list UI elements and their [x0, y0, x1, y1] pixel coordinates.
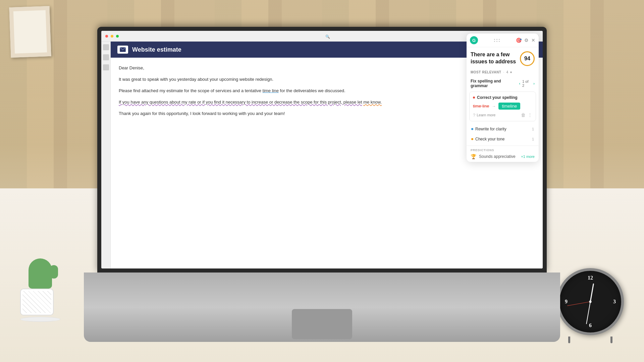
- clarity-count: 1: [532, 127, 534, 131]
- close-icon[interactable]: ✕: [531, 38, 535, 43]
- prev-arrow[interactable]: ‹: [519, 81, 520, 85]
- filter-separator: ·: [503, 70, 504, 74]
- original-word: time line: [473, 104, 489, 109]
- clarity-dot: [471, 128, 473, 130]
- issue-section-title: Fix spelling and grammar: [471, 79, 519, 88]
- nav-position: 1 of 2: [522, 79, 531, 87]
- sidebar-item: [103, 54, 109, 60]
- chevron-down-icon: ▾: [510, 70, 512, 74]
- filter-label: MOST RELEVANT: [471, 70, 501, 74]
- clarity-issue-left: Rewrite for clarity: [471, 127, 506, 131]
- tone-count: 1: [532, 137, 534, 141]
- laptop: 🔍 ≡: [84, 27, 560, 342]
- more-options-icon[interactable]: ⋮: [528, 112, 532, 118]
- tone-label: Check your tone: [475, 137, 504, 141]
- prediction-more[interactable]: +1 more: [521, 155, 535, 159]
- sidebar-item: [103, 64, 109, 70]
- card-title: Correct your spelling: [477, 95, 518, 100]
- prediction-emoji: 🏆: [471, 154, 476, 159]
- card-header: Correct your spelling: [473, 95, 532, 100]
- close-dot[interactable]: [105, 35, 108, 38]
- learn-more-link[interactable]: ? Learn more: [473, 113, 496, 118]
- next-arrow[interactable]: ›: [533, 81, 535, 85]
- issue-section-header: Fix spelling and grammar ‹ 1 of 2 ›: [467, 77, 539, 90]
- picture-frame: [9, 6, 51, 58]
- clarity-label: Rewrite for clarity: [475, 127, 506, 131]
- email-icon: [117, 46, 128, 54]
- underlined-text-timeline: time line: [263, 88, 279, 93]
- clarity-issue-row[interactable]: Rewrite for clarity 1: [469, 124, 536, 134]
- tone-issue-left: Check your tone: [471, 137, 504, 141]
- grammarly-logo: G: [470, 36, 478, 44]
- question-icon: ?: [473, 113, 475, 118]
- drag-handle: [494, 39, 500, 42]
- panel-title: There are a few issues to address: [471, 51, 520, 65]
- target-icon[interactable]: 🎯: [516, 38, 522, 43]
- spelling-card: Correct your spelling time line → timeli…: [469, 92, 536, 121]
- email-sidebar: [101, 42, 111, 268]
- minimize-dot[interactable]: [111, 35, 113, 38]
- tone-dot: [471, 138, 473, 140]
- predictions-label: PREDICTIONS: [471, 148, 535, 152]
- grammarly-panel: G 🎯 ⚙ ✕: [467, 34, 539, 162]
- corrected-word[interactable]: timeline: [498, 103, 520, 110]
- filter-count: 4: [506, 70, 508, 74]
- laptop-base: [84, 273, 560, 342]
- card-footer: ? Learn more 🗑 ⋮: [473, 112, 532, 118]
- other-issues: Rewrite for clarity 1 Check your tone 1: [467, 123, 539, 145]
- correction-row: time line → timeline: [473, 103, 532, 110]
- prediction-text: Sounds appreciative: [479, 154, 516, 159]
- sidebar-item: [103, 44, 109, 50]
- arrow-right-icon: →: [492, 104, 496, 109]
- error-dot: [473, 97, 475, 99]
- panel-filter[interactable]: MOST RELEVANT · 4 ▾: [467, 69, 539, 77]
- panel-header-icons: 🎯 ⚙ ✕: [516, 38, 535, 43]
- issue-nav: ‹ 1 of 2 ›: [519, 79, 535, 87]
- laptop-screen: 🔍 ≡: [101, 31, 543, 268]
- maximize-dot[interactable]: [116, 35, 119, 38]
- laptop-screen-frame: 🔍 ≡: [97, 27, 547, 273]
- tone-issue-row[interactable]: Check your tone 1: [469, 134, 536, 144]
- delete-icon[interactable]: 🗑: [521, 112, 526, 118]
- panel-title-section: There are a few issues to address 94: [467, 47, 539, 69]
- search-icon: 🔍: [325, 35, 330, 39]
- score-badge: 94: [520, 51, 535, 66]
- email-title: Website estimate: [132, 46, 181, 53]
- clock: 12 3 6 9: [557, 268, 624, 335]
- card-actions: 🗑 ⋮: [521, 112, 532, 118]
- prediction-row: 🏆 Sounds appreciative +1 more: [471, 154, 535, 159]
- settings-icon[interactable]: ⚙: [524, 38, 529, 43]
- predictions-section: PREDICTIONS 🏆 Sounds appreciative +1 mor…: [467, 145, 539, 162]
- cactus-plant: [20, 285, 60, 322]
- panel-header: G 🎯 ⚙ ✕: [467, 34, 539, 47]
